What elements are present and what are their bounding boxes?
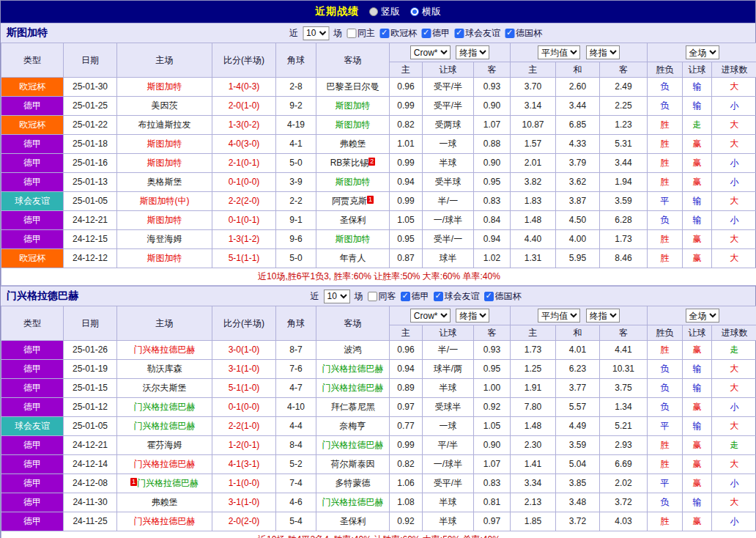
radio-label: 竖版 [381, 5, 400, 18]
checkbox-icon [401, 292, 410, 301]
match-count-select[interactable]: 10 [324, 290, 350, 303]
league-filter-checkbox[interactable]: 德甲 [401, 290, 429, 303]
home-team-link[interactable]: 海登海姆 [147, 234, 182, 244]
same-venue-checkbox[interactable]: 同主 [346, 27, 375, 40]
home-team-link[interactable]: 奥格斯堡 [147, 177, 182, 187]
handicap-line: 半球 [423, 154, 474, 173]
league-filter-checkbox[interactable]: 欧冠杯 [379, 27, 417, 40]
away-team-link[interactable]: RB莱比锡 [330, 158, 369, 168]
away-team-link[interactable]: 弗赖堡 [340, 139, 366, 149]
home-team-link[interactable]: 美因茨 [152, 100, 178, 111]
home-team-link[interactable]: 斯图加特(中) [140, 196, 190, 206]
match-date: 25-01-05 [64, 417, 117, 436]
result-winloss: 负 [648, 379, 683, 398]
odds-stage-select[interactable]: 终指 [456, 45, 489, 59]
result-handicap: 赢 [683, 398, 712, 417]
league-filter-checkbox[interactable]: 球会友谊 [434, 290, 480, 303]
avg-draw-odds: 4.01 [556, 341, 600, 360]
col-home-header: 主场 [117, 306, 212, 341]
home-team-link[interactable]: 斯图加特 [147, 253, 182, 263]
away-team-link[interactable]: 圣保利 [340, 215, 366, 225]
home-team-cell: 海登海姆 [117, 230, 212, 249]
score-cell: 1-3(1-2) [212, 230, 276, 249]
result-winloss: 胜 [648, 173, 683, 192]
home-team-link[interactable]: 门兴格拉德巴赫 [137, 478, 199, 488]
same-venue-checkbox[interactable]: 同客 [368, 290, 396, 303]
away-team-link[interactable]: 门兴格拉德巴赫 [322, 383, 384, 393]
result-handicap: 走 [683, 116, 712, 135]
home-team-link[interactable]: 沃尔夫斯堡 [143, 383, 187, 393]
match-count-select[interactable]: 10 [303, 26, 329, 40]
league-badge: 德甲 [1, 230, 64, 249]
corner-cell: 2-2 [276, 192, 316, 211]
avg-away-odds: 3.59 [600, 192, 648, 211]
scope-select[interactable]: 全场 [686, 309, 719, 323]
home-team-link[interactable]: 门兴格拉德巴赫 [134, 516, 196, 526]
away-team-link[interactable]: 圣保利 [340, 516, 366, 526]
home-team-link[interactable]: 门兴格拉德巴赫 [134, 402, 196, 412]
average-select[interactable]: 平均值 [538, 45, 580, 59]
average-select[interactable]: 平均值 [538, 309, 580, 323]
away-team-link[interactable]: 斯图加特 [336, 234, 371, 244]
league-filter-checkbox[interactable]: 德国杯 [505, 27, 542, 40]
avg-away-odds: 5.31 [600, 135, 648, 154]
radio-label: 横版 [422, 5, 441, 18]
home-team-link[interactable]: 门兴格拉德巴赫 [134, 421, 196, 431]
result-winloss: 胜 [648, 341, 683, 360]
away-team-link[interactable]: 荷尔斯泰因 [331, 459, 375, 469]
away-team-link[interactable]: 拜仁慕尼黑 [331, 402, 375, 412]
away-team-link[interactable]: 年青人 [340, 253, 366, 263]
away-team-link[interactable]: 斯图加特 [336, 119, 371, 130]
avg-home-odds: 1.83 [511, 192, 556, 211]
league-badge: 德甲 [1, 512, 64, 531]
result-winloss: 负 [648, 97, 683, 116]
corner-cell: 5-0 [276, 154, 316, 173]
league-filter-checkbox[interactable]: 德国杯 [484, 290, 522, 303]
match-row: 球会友谊 25-01-05 斯图加特(中) 2-2(2-0) 2-2 阿贾克斯1… [1, 192, 756, 211]
odds-stage-select[interactable]: 终指 [456, 309, 489, 323]
away-team-link[interactable]: 门兴格拉德巴赫 [322, 364, 384, 374]
result-handicap: 赢 [683, 436, 712, 455]
handicap-home-odds: 0.96 [390, 341, 423, 360]
league-badge: 德甲 [1, 97, 64, 116]
layout-radio-vertical[interactable]: 竖版 [369, 5, 400, 18]
match-date: 24-11-25 [64, 512, 117, 531]
home-team-link[interactable]: 斯图加特 [147, 81, 182, 92]
score-cell: 1-3(0-2) [212, 116, 276, 135]
away-team-link[interactable]: 波鸿 [344, 344, 362, 355]
away-team-link[interactable]: 奈梅亨 [340, 421, 366, 431]
home-team-link[interactable]: 勒沃库森 [147, 364, 182, 374]
league-badge: 德甲 [1, 173, 64, 192]
avg-stage-select[interactable]: 终指 [586, 45, 620, 59]
scope-select[interactable]: 全场 [686, 45, 719, 59]
corner-cell: 4-4 [276, 417, 316, 436]
team-name: 门兴格拉德巴赫 [7, 290, 78, 303]
home-team-link[interactable]: 斯图加特 [147, 158, 182, 168]
avg-draw-odds: 3.48 [556, 493, 600, 512]
layout-radio-horizontal[interactable]: 横版 [410, 5, 441, 18]
away-team-link[interactable]: 阿贾克斯 [332, 196, 367, 206]
result-winloss: 胜 [648, 455, 683, 474]
away-team-link[interactable]: 巴黎圣日尔曼 [327, 81, 379, 92]
home-team-link[interactable]: 霍芬海姆 [147, 440, 182, 450]
home-team-link[interactable]: 弗赖堡 [152, 497, 178, 507]
away-team-link[interactable]: 斯图加特 [336, 177, 371, 187]
bookmaker-select[interactable]: Crow* [410, 45, 451, 59]
match-date: 25-01-30 [64, 78, 117, 97]
home-team-link[interactable]: 斯图加特 [147, 139, 182, 149]
home-team-link[interactable]: 布拉迪斯拉发 [138, 119, 191, 130]
away-team-link[interactable]: 斯图加特 [336, 100, 371, 111]
bookmaker-select[interactable]: Crow* [410, 309, 451, 323]
home-team-link[interactable]: 门兴格拉德巴赫 [134, 344, 196, 355]
home-team-link[interactable]: 斯图加特 [147, 215, 182, 225]
home-team-link[interactable]: 门兴格拉德巴赫 [134, 459, 196, 469]
result-winloss: 负 [648, 78, 683, 97]
away-team-link[interactable]: 门兴格拉德巴赫 [322, 440, 384, 450]
league-filter-checkbox[interactable]: 球会友谊 [454, 27, 500, 40]
col-score-header: 比分(半场) [212, 306, 276, 341]
league-filter-checkbox[interactable]: 德甲 [421, 27, 450, 40]
away-team-link[interactable]: 门兴格拉德巴赫 [322, 497, 384, 507]
sub-winloss-header: 胜负 [648, 62, 683, 78]
away-team-link[interactable]: 多特蒙德 [336, 478, 371, 488]
avg-stage-select[interactable]: 终指 [586, 309, 620, 323]
